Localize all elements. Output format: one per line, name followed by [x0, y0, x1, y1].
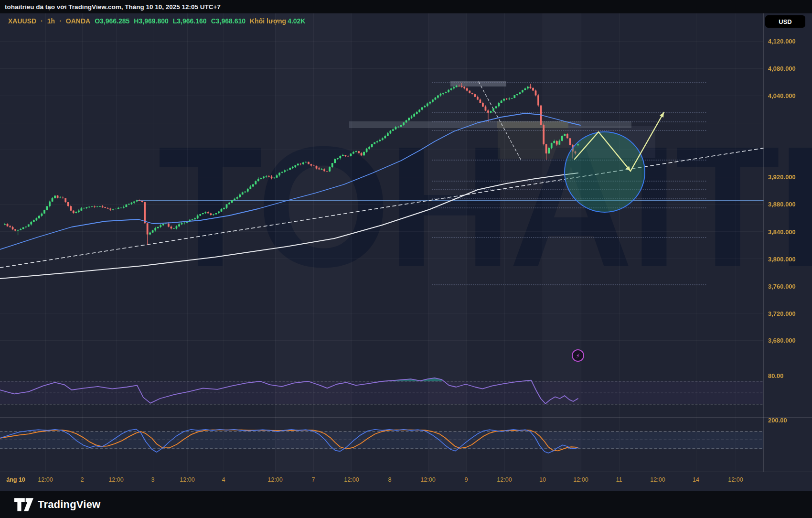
price-axis-label: 3,800.000: [768, 256, 796, 263]
time-axis-label: 12:00: [728, 476, 743, 483]
time-axis-label: 8: [388, 476, 392, 483]
time-axis-label: 9: [465, 476, 468, 483]
price-axis-label: 80.00: [768, 372, 784, 379]
legend-close: C3,968.610: [211, 17, 246, 25]
symbol-legend: XAUUSD · 1h · OANDA O3,966.285 H3,969.80…: [8, 17, 305, 25]
attribution-bar: tohaitrieu đã tạo với TradingView.com, T…: [0, 0, 812, 13]
time-axis-label: 2: [81, 476, 84, 483]
tradingview-logo-text: TradingView: [38, 498, 100, 511]
time-axis-label: 3: [151, 476, 155, 483]
time-axis-label: 4: [222, 476, 225, 483]
legend-low: L3,966.160: [173, 17, 207, 25]
lightning-marker-icon[interactable]: ⚡: [572, 349, 584, 362]
price-axis-label: 4,040.000: [768, 92, 796, 99]
legend-volume-value: 4.02K: [288, 17, 305, 25]
tradingview-window: TOHAITRIEU tohaitrieu đã tạo với Trading…: [0, 0, 812, 518]
price-axis-label: 3,840.000: [768, 228, 796, 236]
time-axis-label: 12:00: [344, 476, 359, 483]
lightning-glyph: ⚡: [576, 352, 580, 359]
price-axis-label: 4,080.000: [768, 65, 796, 72]
time-axis-label: 12:00: [38, 476, 53, 483]
price-axis-label: 4,120.000: [768, 38, 796, 45]
tradingview-logo-icon: [14, 497, 33, 512]
price-axis-label: 200.00: [768, 417, 787, 424]
time-axis-label: 12:00: [267, 476, 282, 483]
price-axis-label: 3,920.000: [768, 173, 796, 181]
time-axis-label: 12:00: [573, 476, 588, 483]
price-axis-label: 3,880.000: [768, 201, 796, 208]
legend-symbol[interactable]: XAUUSD: [8, 17, 36, 25]
footer-bar: TradingView: [0, 491, 812, 518]
time-axis-label: 14: [693, 476, 699, 483]
price-axis-label: 3,720.000: [768, 310, 796, 317]
price-axis-label: 3,760.000: [768, 283, 796, 290]
attribution-text: tohaitrieu đã tạo với TradingView.com, T…: [5, 3, 221, 11]
time-axis-label: 11: [616, 476, 622, 483]
time-axis-label: 10: [539, 476, 546, 483]
chart-canvas[interactable]: [0, 0, 812, 518]
legend-high: H3,969.800: [134, 17, 168, 25]
legend-interval[interactable]: 1h: [47, 17, 55, 25]
time-axis-label: áng 10: [6, 476, 25, 483]
time-axis-label: 12:00: [650, 476, 665, 483]
legend-open: O3,966.285: [95, 17, 129, 25]
time-axis-label: 12:00: [180, 476, 194, 483]
price-axis-label: 3,680.000: [768, 337, 796, 344]
tradingview-logo[interactable]: TradingView: [14, 497, 100, 512]
time-axis-label: 12:00: [497, 476, 512, 483]
time-axis-label: 7: [312, 476, 315, 483]
currency-usd-button[interactable]: USD: [765, 15, 805, 28]
legend-volume-label: Khối lượng: [250, 17, 286, 25]
time-axis-label: 12:00: [420, 476, 435, 483]
time-axis-label: 12:00: [108, 476, 123, 483]
time-axis[interactable]: áng 1012:00212:00312:00412:00712:00812:0…: [0, 472, 812, 492]
legend-exchange[interactable]: OANDA: [66, 17, 90, 25]
legend-separator: ·: [59, 17, 62, 25]
legend-separator: ·: [41, 17, 43, 25]
